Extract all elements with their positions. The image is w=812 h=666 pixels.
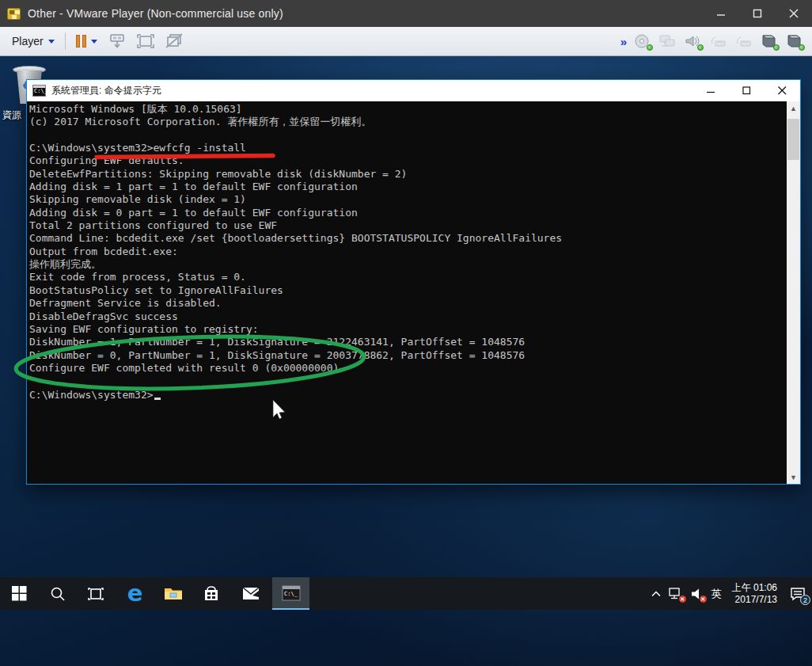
error-x-badge: ✕ xyxy=(679,596,686,603)
player-menu-label: Player xyxy=(12,35,44,48)
file-explorer-icon xyxy=(164,586,183,601)
action-center-button[interactable]: 2 xyxy=(784,577,812,610)
text-cursor xyxy=(154,398,161,400)
scrollbar-thumb[interactable] xyxy=(787,119,799,160)
minimize-button[interactable] xyxy=(693,80,729,101)
network-status-button[interactable]: ✕ xyxy=(665,577,687,610)
chevron-up-icon xyxy=(651,591,661,597)
cmd-window-title: 系統管理員: 命令提示字元 xyxy=(51,84,161,97)
usb-device-1-icon[interactable] xyxy=(709,34,728,50)
pause-icon xyxy=(76,35,86,48)
task-view-button[interactable] xyxy=(77,577,114,610)
edge-button[interactable]: e xyxy=(116,577,154,610)
cmd-icon xyxy=(32,85,46,97)
vmware-player-window: Other - VMware Player (Non-commercial us… xyxy=(0,0,812,666)
svg-text:C:\_: C:\_ xyxy=(284,591,298,597)
sound-icon[interactable] xyxy=(684,34,703,50)
clock-time: 上午 01:06 xyxy=(732,582,777,594)
hard-disk-2-icon[interactable] xyxy=(785,34,804,50)
vertical-scrollbar[interactable]: ▲ ▼ xyxy=(787,101,800,484)
cmd-icon: C:\_ xyxy=(282,585,301,601)
clock[interactable]: 上午 01:06 2017/7/13 xyxy=(726,582,784,606)
connected-dot xyxy=(799,44,805,51)
cd-drive-icon[interactable] xyxy=(633,34,652,50)
taskbar: e C:\_ ✕ ✕ 英 上午 xyxy=(0,577,812,610)
vmware-logo-icon xyxy=(7,8,21,20)
clock-date: 2017/7/13 xyxy=(732,594,777,606)
maximize-button[interactable] xyxy=(739,0,776,27)
toolbar-divider xyxy=(65,32,66,50)
close-button[interactable] xyxy=(765,80,800,101)
connected-dot xyxy=(647,44,653,51)
usb-device-2-icon[interactable] xyxy=(734,34,753,50)
mail-button[interactable] xyxy=(232,577,269,610)
vm-guest-screen: ♻ 資源 系統管理員: 命令提示字元 Microsoft Windows [版本… xyxy=(0,56,812,666)
expand-chevrons-icon[interactable]: » xyxy=(620,35,625,48)
vmware-window-title: Other - VMware Player (Non-commercial us… xyxy=(28,7,283,20)
search-icon xyxy=(50,586,66,602)
store-button[interactable] xyxy=(192,577,230,610)
device-status-toolbar: » xyxy=(620,27,807,56)
volume-button[interactable]: ✕ xyxy=(687,577,708,610)
edge-icon: e xyxy=(127,582,143,605)
cmd-titlebar[interactable]: 系統管理員: 命令提示字元 xyxy=(27,80,800,101)
player-menu-button[interactable]: Player xyxy=(6,30,60,52)
vmware-titlebar: Other - VMware Player (Non-commercial us… xyxy=(0,0,812,27)
start-icon xyxy=(12,586,27,601)
tray-expand-button[interactable] xyxy=(647,577,665,610)
snapshot-disabled-icon[interactable] xyxy=(165,33,184,49)
scroll-up-arrow-icon[interactable]: ▲ xyxy=(787,101,800,115)
connected-dot xyxy=(697,44,704,51)
close-button[interactable] xyxy=(776,0,812,27)
chevron-down-icon xyxy=(48,40,55,44)
console-prompt: C:\Windows\system32> xyxy=(29,389,154,402)
minimize-button[interactable] xyxy=(703,0,739,27)
language-indicator[interactable]: 英 xyxy=(708,577,726,610)
store-icon xyxy=(203,586,219,602)
fullscreen-icon[interactable] xyxy=(136,33,155,49)
file-explorer-button[interactable] xyxy=(154,577,192,610)
send-to-vm-icon[interactable] xyxy=(108,33,127,49)
vmware-toolbar: Player xyxy=(0,27,812,56)
system-tray: ✕ ✕ 英 上午 01:06 2017/7/13 2 xyxy=(647,577,812,610)
maximize-button[interactable] xyxy=(729,80,765,101)
notification-count-badge: 2 xyxy=(800,595,810,605)
connected-dot xyxy=(773,44,780,51)
command-prompt-window: 系統管理員: 命令提示字元 Microsoft Windows [版本 10.0… xyxy=(26,79,801,485)
network-adapter-icon[interactable] xyxy=(658,34,677,50)
task-view-icon xyxy=(87,587,104,601)
console-output-area[interactable]: Microsoft Windows [版本 10.0.15063](c) 201… xyxy=(27,101,800,484)
error-x-badge: ✕ xyxy=(700,596,707,603)
hard-disk-1-icon[interactable] xyxy=(760,34,779,50)
cmd-taskbar-button[interactable]: C:\_ xyxy=(272,577,309,610)
suspend-button[interactable] xyxy=(70,30,103,52)
start-button[interactable] xyxy=(1,577,38,610)
mail-icon xyxy=(242,587,260,600)
scroll-down-arrow-icon[interactable]: ▼ xyxy=(787,470,800,484)
chevron-down-icon xyxy=(91,40,97,44)
search-button[interactable] xyxy=(39,577,76,610)
